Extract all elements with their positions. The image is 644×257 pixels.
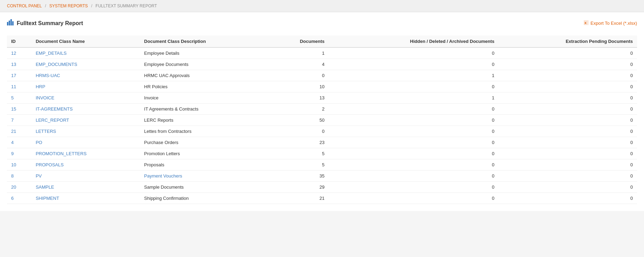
report-header: Fulltext Summary Report X Export To Exce… xyxy=(7,19,637,30)
cell-id: 8 xyxy=(7,171,31,182)
cell-description: Employee Documents xyxy=(140,59,268,70)
cell-hidden-deleted: 0 xyxy=(329,59,499,70)
cell-hidden-deleted: 0 xyxy=(329,81,499,92)
table-row: 6SHIPMENTShipping Confirmation2100 xyxy=(7,193,637,204)
cell-documents: 10 xyxy=(268,81,329,92)
breadcrumb: CONTROL PANEL / SYSTEM REPORTS / FULLTEX… xyxy=(0,0,644,12)
bar-chart-icon xyxy=(7,19,14,27)
table-row: 13EMP_DOCUMENTSEmployee Documents400 xyxy=(7,59,637,70)
cell-documents: 2 xyxy=(268,104,329,115)
cell-description: Proposals xyxy=(140,159,268,171)
col-header-hidden-deleted: Hidden / Deleted / Archived Documents xyxy=(329,36,499,47)
svg-rect-3 xyxy=(12,21,14,25)
cell-hidden-deleted: 0 xyxy=(329,115,499,126)
table-row: 5INVOICEInvoice1310 xyxy=(7,92,637,104)
cell-documents: 13 xyxy=(268,92,329,104)
cell-id: 20 xyxy=(7,182,31,193)
cell-hidden-deleted: 1 xyxy=(329,70,499,81)
cell-classname[interactable]: HRP xyxy=(31,81,140,92)
cell-documents: 4 xyxy=(268,59,329,70)
cell-classname[interactable]: PO xyxy=(31,137,140,148)
cell-classname[interactable]: LETTERS xyxy=(31,126,140,137)
cell-id: 15 xyxy=(7,104,31,115)
cell-documents: 35 xyxy=(268,171,329,182)
cell-description: HR Policies xyxy=(140,81,268,92)
cell-classname[interactable]: PV xyxy=(31,171,140,182)
cell-classname[interactable]: EMP_DOCUMENTS xyxy=(31,59,140,70)
cell-documents: 0 xyxy=(268,70,329,81)
breadcrumb-current: FULLTEXT SUMMARY REPORT xyxy=(95,3,157,8)
cell-classname[interactable]: PROPOSALS xyxy=(31,159,140,171)
cell-classname[interactable]: INVOICE xyxy=(31,92,140,104)
cell-hidden-deleted: 0 xyxy=(329,126,499,137)
table-row: 10PROPOSALSProposals500 xyxy=(7,159,637,171)
cell-classname[interactable]: HRMS-UAC xyxy=(31,70,140,81)
cell-description: LERC Reports xyxy=(140,115,268,126)
cell-id: 21 xyxy=(7,126,31,137)
cell-extraction-pending: 0 xyxy=(499,47,637,59)
table-row: 20SAMPLESample Documents2900 xyxy=(7,182,637,193)
cell-classname[interactable]: PROMOTION_LETTERS xyxy=(31,148,140,159)
cell-id: 10 xyxy=(7,159,31,171)
cell-id: 17 xyxy=(7,70,31,81)
fulltext-summary-table: ID Document Class Name Document Class De… xyxy=(7,36,637,204)
col-header-description: Document Class Description xyxy=(140,36,268,47)
svg-rect-1 xyxy=(9,21,10,25)
table-row: 4POPurchase Orders2300 xyxy=(7,137,637,148)
cell-classname[interactable]: SHIPMENT xyxy=(31,193,140,204)
cell-documents: 5 xyxy=(268,159,329,171)
cell-description: HRMC UAC Approvals xyxy=(140,70,268,81)
cell-description[interactable]: Payment Vouchers xyxy=(140,171,268,182)
svg-text:X: X xyxy=(584,21,586,25)
export-excel-button[interactable]: X Export To Excel (*.xlsx) xyxy=(583,20,637,27)
cell-extraction-pending: 0 xyxy=(499,137,637,148)
cell-documents: 29 xyxy=(268,182,329,193)
col-header-extraction-pending: Extraction Pending Documents xyxy=(499,36,637,47)
excel-icon: X xyxy=(583,20,589,27)
cell-documents: 0 xyxy=(268,126,329,137)
breadcrumb-sep-2: / xyxy=(91,3,92,8)
cell-extraction-pending: 0 xyxy=(499,70,637,81)
cell-extraction-pending: 0 xyxy=(499,126,637,137)
cell-extraction-pending: 0 xyxy=(499,104,637,115)
col-header-documents: Documents xyxy=(268,36,329,47)
cell-documents: 5 xyxy=(268,148,329,159)
report-title-area: Fulltext Summary Report xyxy=(7,19,83,27)
cell-id: 6 xyxy=(7,193,31,204)
cell-classname[interactable]: EMP_DETAILS xyxy=(31,47,140,59)
cell-hidden-deleted: 1 xyxy=(329,92,499,104)
cell-extraction-pending: 0 xyxy=(499,193,637,204)
table-row: 21LETTERSLettes from Contractors000 xyxy=(7,126,637,137)
cell-classname[interactable]: SAMPLE xyxy=(31,182,140,193)
cell-extraction-pending: 0 xyxy=(499,182,637,193)
cell-extraction-pending: 0 xyxy=(499,148,637,159)
table-body: 12EMP_DETAILSEmployee Details10013EMP_DO… xyxy=(7,47,637,204)
cell-documents: 23 xyxy=(268,137,329,148)
cell-documents: 21 xyxy=(268,193,329,204)
breadcrumb-sep-1: / xyxy=(45,3,46,8)
cell-id: 5 xyxy=(7,92,31,104)
cell-classname[interactable]: LERC_REPORT xyxy=(31,115,140,126)
cell-hidden-deleted: 0 xyxy=(329,47,499,59)
cell-hidden-deleted: 0 xyxy=(329,137,499,148)
cell-hidden-deleted: 0 xyxy=(329,104,499,115)
cell-extraction-pending: 0 xyxy=(499,92,637,104)
breadcrumb-control-panel[interactable]: CONTROL PANEL xyxy=(7,3,42,8)
cell-id: 12 xyxy=(7,47,31,59)
cell-id: 13 xyxy=(7,59,31,70)
table-row: 9PROMOTION_LETTERSPromotion Letters500 xyxy=(7,148,637,159)
cell-extraction-pending: 0 xyxy=(499,115,637,126)
cell-extraction-pending: 0 xyxy=(499,81,637,92)
breadcrumb-system-reports[interactable]: SYSTEM REPORTS xyxy=(49,3,88,8)
table-row: 17HRMS-UACHRMC UAC Approvals010 xyxy=(7,70,637,81)
cell-classname[interactable]: IT-AGREEMENTS xyxy=(31,104,140,115)
cell-hidden-deleted: 0 xyxy=(329,171,499,182)
cell-description: Purchase Orders xyxy=(140,137,268,148)
export-label: Export To Excel (*.xlsx) xyxy=(591,21,637,26)
table-row: 15IT-AGREEMENTSIT Agreements & Contracts… xyxy=(7,104,637,115)
table-row: 11HRPHR Policies1000 xyxy=(7,81,637,92)
svg-rect-2 xyxy=(10,19,12,25)
main-content: Fulltext Summary Report X Export To Exce… xyxy=(0,12,644,211)
cell-extraction-pending: 0 xyxy=(499,159,637,171)
cell-documents: 50 xyxy=(268,115,329,126)
